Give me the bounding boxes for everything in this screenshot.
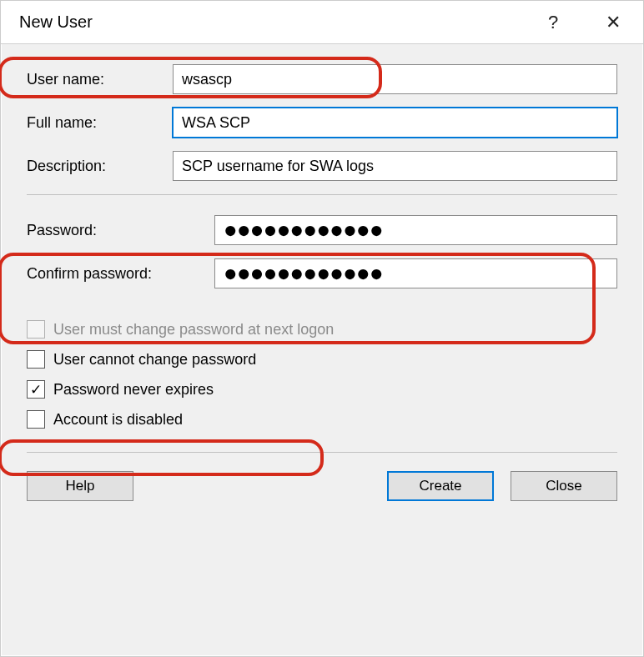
user-name-input[interactable] [173, 64, 617, 94]
cannot-change-password-label: User cannot change password [53, 351, 256, 369]
cannot-change-password-row[interactable]: User cannot change password [27, 350, 617, 369]
user-name-label: User name: [27, 71, 173, 88]
separator [27, 194, 617, 195]
checkbox-group: User must change password at next logon … [27, 320, 617, 429]
close-icon[interactable]: ✕ [583, 1, 643, 44]
user-name-row: User name: [27, 64, 617, 94]
help-icon[interactable]: ? [523, 1, 583, 44]
help-button[interactable]: Help [27, 471, 133, 501]
confirm-password-input[interactable]: ●●●●●●●●●●●● [214, 258, 617, 288]
full-name-input[interactable] [173, 108, 617, 138]
dialog-title: New User [19, 13, 523, 32]
account-disabled-label: Account is disabled [53, 411, 183, 429]
description-row: Description: [27, 151, 617, 181]
must-change-password-row: User must change password at next logon [27, 320, 617, 339]
password-never-expires-label: Password never expires [53, 381, 214, 399]
description-label: Description: [27, 158, 173, 175]
password-never-expires-row[interactable]: ✓ Password never expires [27, 380, 617, 399]
account-disabled-checkbox[interactable] [27, 410, 45, 429]
title-bar: New User ? ✕ [1, 1, 643, 44]
password-never-expires-checkbox[interactable]: ✓ [27, 380, 45, 399]
close-button[interactable]: Close [511, 471, 617, 501]
separator [27, 452, 617, 453]
must-change-password-label: User must change password at next logon [53, 321, 334, 339]
confirm-password-label: Confirm password: [27, 265, 214, 283]
full-name-row: Full name: [27, 108, 617, 138]
full-name-label: Full name: [27, 114, 173, 132]
cannot-change-password-checkbox[interactable] [27, 350, 45, 369]
new-user-dialog: New User ? ✕ User name: Full name: Descr… [0, 0, 644, 657]
confirm-password-row: Confirm password: ●●●●●●●●●●●● [27, 258, 617, 288]
password-label: Password: [27, 222, 214, 239]
button-row: Help Create Close [27, 471, 617, 501]
create-button[interactable]: Create [387, 471, 494, 501]
password-row: Password: ●●●●●●●●●●●● [27, 215, 617, 245]
must-change-password-checkbox [27, 320, 45, 339]
dialog-body: User name: Full name: Description: Passw… [1, 44, 643, 656]
password-input[interactable]: ●●●●●●●●●●●● [214, 215, 617, 245]
description-input[interactable] [173, 151, 617, 181]
account-disabled-row[interactable]: Account is disabled [27, 410, 617, 429]
